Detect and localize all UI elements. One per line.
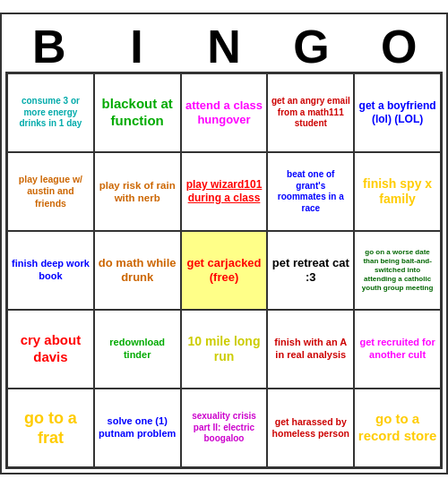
bingo-title: BINGO (5, 18, 443, 72)
title-letter: G (271, 23, 352, 70)
bingo-cell: get an angry email from a math111 studen… (267, 73, 354, 152)
bingo-cell: sexuality crisis part II: electric booga… (181, 389, 268, 467)
bingo-cell: go on a worse date than being bait-and-s… (354, 231, 441, 310)
bingo-cell: blackout at function (94, 73, 181, 152)
bingo-cell: consume 3 or more energy drinks in 1 day (7, 73, 94, 152)
bingo-cell: get harassed by homeless person (267, 389, 354, 467)
bingo-cell: play wizard101 during a class (181, 152, 268, 231)
bingo-cell: play risk of rain with nerb (94, 152, 181, 231)
bingo-cell: go to a record store (354, 389, 441, 467)
bingo-cell: finish spy x family (354, 152, 441, 231)
bingo-cell: attend a class hungover (181, 73, 268, 152)
title-letter: N (184, 23, 264, 70)
bingo-cell: finish with an A in real analysis (267, 310, 354, 389)
title-letter: B (9, 23, 90, 70)
bingo-cell: get recruited for another cult (354, 310, 441, 389)
bingo-cell: cry about davis (7, 310, 94, 389)
bingo-cell: solve one (1) putnam problem (94, 389, 181, 467)
bingo-card: BINGO consume 3 or more energy drinks in… (0, 13, 448, 474)
bingo-cell: do math while drunk (94, 231, 181, 310)
bingo-cell: pet retreat cat :3 (267, 231, 354, 310)
bingo-cell: redownload tinder (94, 310, 181, 389)
bingo-cell: play league w/ austin and friends (7, 152, 94, 231)
bingo-cell: 10 mile long run (181, 310, 268, 389)
bingo-cell: go to a frat (7, 389, 94, 467)
bingo-grid: consume 3 or more energy drinks in 1 day… (5, 72, 443, 469)
title-letter: O (358, 23, 439, 70)
bingo-cell: get a boyfriend (lol) (LOL) (354, 73, 441, 152)
bingo-cell: finish deep work book (7, 231, 94, 310)
bingo-cell: beat one of grant's roommates in a race (267, 152, 354, 231)
bingo-cell: get carjacked (free) (181, 231, 268, 310)
title-letter: I (96, 23, 177, 70)
